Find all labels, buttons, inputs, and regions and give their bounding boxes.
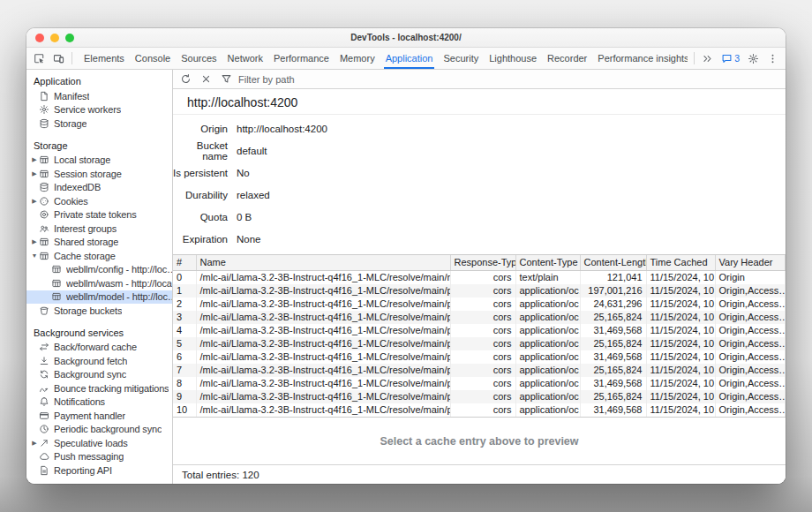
table-cell: 4 (173, 324, 196, 337)
zoom-window-button[interactable] (65, 34, 74, 42)
sidebar-item-bounce-tracking-mitigations[interactable]: Bounce tracking mitigations (26, 381, 172, 395)
sidebar-item-storage[interactable]: Storage (26, 117, 172, 131)
preview-placeholder-text: Select a cache entry above to preview (380, 435, 578, 448)
detail-row-is-persistent: Is persistentNo (173, 162, 786, 184)
table-icon (51, 291, 63, 302)
more-tabs-icon[interactable] (698, 49, 717, 67)
cache-entry-row[interactable]: 10/mlc-ai/Llama-3.2-3B-Instruct-q4f16_1-… (173, 403, 786, 417)
tab-lighthouse[interactable]: Lighthouse (484, 48, 542, 69)
cache-entry-row[interactable]: 1/mlc-ai/Llama-3.2-3B-Instruct-q4f16_1-M… (173, 284, 786, 297)
sidebar-item-webllm-config-http-loc[interactable]: webllm/config - http://loc… (26, 263, 172, 277)
tab-label: Performance (274, 53, 329, 64)
tab-console[interactable]: Console (130, 48, 176, 69)
cache-entry-row[interactable]: 3/mlc-ai/Llama-3.2-3B-Instruct-q4f16_1-M… (173, 311, 786, 324)
cache-entry-row[interactable]: 8/mlc-ai/Llama-3.2-3B-Instruct-q4f16_1-M… (173, 377, 786, 390)
tab-performance[interactable]: Performance (268, 48, 335, 69)
tab-elements[interactable]: Elements (79, 48, 130, 69)
sidebar-item-label: Reporting API (54, 465, 112, 476)
cache-entry-row[interactable]: 2/mlc-ai/Llama-3.2-3B-Instruct-q4f16_1-M… (173, 297, 786, 311)
tab-performance-insights[interactable]: Performance insights (592, 48, 688, 69)
table-icon (51, 278, 63, 289)
inspect-element-icon[interactable] (30, 49, 49, 67)
cache-entry-row[interactable]: 4/mlc-ai/Llama-3.2-3B-Instruct-q4f16_1-M… (173, 324, 786, 337)
chevron-right-icon[interactable]: ▶ (30, 440, 39, 447)
close-window-button[interactable] (35, 34, 44, 42)
sidebar-item-webllm-model-http-loc[interactable]: webllm/model - http://loc… (26, 290, 172, 305)
chevron-right-icon[interactable]: ▶ (30, 170, 39, 177)
issues-counter-button[interactable]: 3 (718, 49, 743, 67)
sidebar-item-label: Back/forward cache (54, 342, 137, 352)
minimize-window-button[interactable] (50, 34, 59, 42)
cache-storage-panel: Filter by path http://localhost:4200 Ori… (173, 70, 786, 484)
cache-entry-row[interactable]: 5/mlc-ai/Llama-3.2-3B-Instruct-q4f16_1-M… (173, 337, 786, 350)
chevron-right-icon[interactable]: ▶ (30, 156, 39, 163)
table-cell: 11/15/2024, 10… (646, 390, 715, 403)
sidebar-item-session-storage[interactable]: ▶Session storage (26, 167, 172, 181)
tab-security[interactable]: Security (438, 48, 484, 69)
column-header-content-type[interactable]: Content-Type (515, 255, 580, 271)
detail-label: Quota (173, 212, 228, 222)
cache-entry-row[interactable]: 7/mlc-ai/Llama-3.2-3B-Instruct-q4f16_1-M… (173, 364, 786, 377)
table-icon (39, 237, 50, 247)
table-cell: /mlc-ai/Llama-3.2-3B-Instruct-q4f16_1-ML… (196, 364, 450, 377)
chevron-right-icon[interactable]: ▶ (30, 198, 39, 205)
filter-by-path-input[interactable]: Filter by path (238, 74, 295, 85)
sidebar-item-cache-storage[interactable]: ▼Cache storage (26, 249, 172, 263)
tab-memory[interactable]: Memory (335, 48, 380, 69)
tab-recorder[interactable]: Recorder (542, 48, 592, 69)
kebab-menu-icon[interactable] (763, 49, 782, 67)
sidebar-item-webllm-wasm-http-loca[interactable]: webllm/wasm - http://loca… (26, 276, 172, 290)
sidebar-item-back-forward-cache[interactable]: Back/forward cache (26, 341, 172, 355)
delete-selected-icon[interactable] (197, 71, 215, 88)
chevron-down-icon[interactable]: ▼ (30, 252, 39, 259)
sidebar-item-background-sync[interactable]: Background sync (26, 368, 172, 382)
tab-network[interactable]: Network (222, 48, 268, 69)
cache-entry-row[interactable]: 0/mlc-ai/Llama-3.2-3B-Instruct-q4f16_1-M… (173, 271, 786, 285)
table-cell: 11/15/2024, 10… (646, 324, 715, 337)
sidebar-item-speculative-loads[interactable]: ▶Speculative loads (26, 436, 172, 450)
sidebar-item-local-storage[interactable]: ▶Local storage (26, 154, 172, 168)
column-header-content-length[interactable]: Content-Length (580, 255, 646, 271)
sidebar-item-service-workers[interactable]: Service workers (26, 103, 172, 117)
column-header-response-type[interactable]: Response-Type (450, 255, 515, 271)
settings-gear-icon[interactable] (744, 49, 763, 67)
column-header-time-cached[interactable]: Time Cached (646, 255, 715, 271)
table-cell: Origin,Access… (715, 297, 786, 311)
tab-sources[interactable]: Sources (176, 48, 222, 69)
cache-entry-row[interactable]: 9/mlc-ai/Llama-3.2-3B-Instruct-q4f16_1-M… (173, 390, 786, 403)
column-header-index[interactable]: # (173, 255, 196, 271)
sidebar-item-reporting-api[interactable]: Reporting API (26, 463, 172, 478)
detail-row-quota: Quota0 B (173, 206, 786, 228)
sidebar-item-background-fetch[interactable]: Background fetch (26, 354, 172, 368)
sidebar-item-push-messaging[interactable]: Push messaging (26, 450, 172, 464)
sidebar-item-indexeddb[interactable]: IndexedDB (26, 181, 172, 195)
table-cell: application/oc… (515, 350, 580, 364)
sidebar-item-private-state-tokens[interactable]: Private state tokens (26, 208, 172, 222)
chevron-right-icon[interactable]: ▶ (30, 238, 39, 245)
tab-label: Application (386, 53, 433, 64)
refresh-icon[interactable] (177, 71, 195, 88)
sidebar-item-cookies[interactable]: ▶Cookies (26, 194, 172, 208)
sidebar-item-payment-handler[interactable]: Payment handler (26, 409, 172, 423)
table-cell: 5 (173, 337, 196, 350)
sidebar-item-storage-buckets[interactable]: Storage buckets (26, 304, 172, 318)
table-cell: 11/15/2024, 10… (646, 364, 715, 377)
table-cell: cors (450, 403, 515, 417)
sidebar-item-label: Interest groups (54, 223, 117, 234)
table-cell: application/oc… (515, 390, 580, 403)
sidebar-item-shared-storage[interactable]: ▶Shared storage (26, 236, 172, 250)
sidebar-item-periodic-background-sync[interactable]: Periodic background sync (26, 423, 172, 437)
table-cell: 25,165,824 (580, 364, 646, 377)
sidebar-item-manifest[interactable]: Manifest (26, 89, 172, 103)
database-icon (39, 118, 50, 129)
sidebar-item-interest-groups[interactable]: Interest groups (26, 222, 172, 236)
sidebar-item-label: webllm/wasm - http://loca… (66, 278, 172, 289)
sidebar-item-notifications[interactable]: Notifications (26, 395, 172, 410)
sidebar-item-label: Background sync (54, 369, 126, 380)
device-toolbar-icon[interactable] (49, 49, 68, 67)
cache-entry-row[interactable]: 6/mlc-ai/Llama-3.2-3B-Instruct-q4f16_1-M… (173, 350, 786, 364)
column-header-name[interactable]: Name (196, 255, 450, 271)
column-header-vary-header[interactable]: Vary Header (715, 255, 786, 271)
table-cell: /mlc-ai/Llama-3.2-3B-Instruct-q4f16_1-ML… (196, 390, 450, 403)
tab-application[interactable]: Application (380, 48, 439, 69)
